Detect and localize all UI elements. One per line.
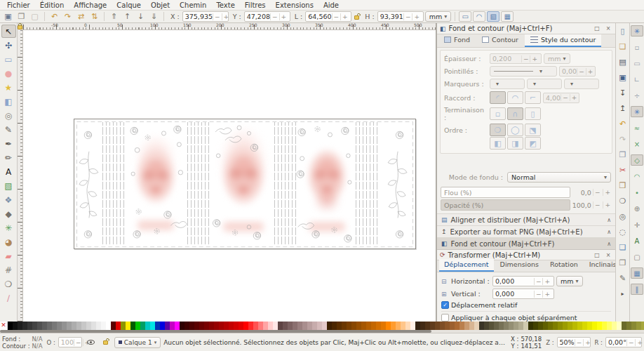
palette-swatch[interactable] — [425, 322, 430, 330]
palette-swatch[interactable] — [459, 322, 464, 330]
palette-swatch[interactable] — [455, 322, 459, 330]
palette-swatch[interactable] — [288, 322, 293, 330]
palette-swatch[interactable] — [641, 322, 644, 330]
undo-button[interactable]: ↶ — [617, 118, 629, 129]
tool-connector[interactable]: # — [1, 263, 16, 277]
miter-limit-input[interactable]: 4,00−+ — [543, 93, 579, 103]
order-markers-stroke-fill-button[interactable]: ◩ — [525, 137, 541, 150]
palette-swatch[interactable] — [86, 322, 91, 330]
menu-texte[interactable]: Texte — [212, 1, 239, 9]
palette-swatch[interactable] — [592, 322, 597, 330]
snap-object-centers-button[interactable]: ⊕ — [631, 203, 643, 214]
palette-swatch[interactable] — [27, 322, 32, 330]
palette-swatch[interactable] — [37, 322, 42, 330]
select-all[interactable]: ▣ — [2, 11, 14, 22]
palette-swatch[interactable] — [312, 322, 317, 330]
menu-chemin[interactable]: Chemin — [175, 1, 210, 9]
join-miter-button[interactable]: ⌐ — [525, 91, 541, 104]
palette-swatch[interactable] — [224, 322, 229, 330]
menu-objet[interactable]: Objet — [147, 1, 174, 9]
scale-gradients-toggle[interactable]: ▧ — [487, 11, 499, 22]
palette-swatch[interactable] — [469, 322, 474, 330]
palette-swatch[interactable] — [528, 322, 533, 330]
tab-dimensions[interactable]: Dimensions — [495, 259, 544, 272]
palette-swatch[interactable] — [111, 322, 116, 330]
lower-to-bottom[interactable]: ⇓ — [148, 11, 160, 22]
palette-swatch[interactable] — [165, 322, 170, 330]
order-fill-stroke-markers-button[interactable]: ❍ — [490, 124, 506, 136]
cap-butt-button[interactable]: ▫ — [490, 107, 506, 120]
xml-editor-button[interactable]: ✎ — [617, 272, 629, 284]
apply-each-checkbox[interactable] — [441, 314, 449, 322]
raise[interactable]: ↑ — [121, 11, 133, 22]
horizontal-ruler[interactable]: -50050100150200250300350400450500 — [23, 23, 436, 29]
palette-swatch[interactable] — [283, 322, 288, 330]
palette-swatch[interactable] — [381, 322, 386, 330]
import-button[interactable]: ↧ — [617, 87, 629, 98]
no-color-swatch[interactable]: ✕ — [0, 322, 8, 330]
order-fill-markers-stroke-button[interactable]: ◧ — [490, 137, 506, 150]
palette-swatch[interactable] — [499, 322, 504, 330]
tool-pencil[interactable]: ✎ — [1, 123, 16, 136]
palette-swatch[interactable] — [543, 322, 548, 330]
dialog-restore-button[interactable]: □ — [593, 25, 601, 32]
palette-swatch[interactable] — [62, 322, 67, 330]
zoom-drawing-button[interactable]: ◎ — [617, 211, 629, 222]
palette-swatch[interactable] — [351, 322, 356, 330]
palette-swatch[interactable] — [72, 322, 76, 330]
order-stroke-markers-fill-button[interactable]: ◨ — [507, 137, 523, 150]
snap-cusp-nodes-button[interactable]: ◇ — [631, 154, 643, 166]
palette-swatch[interactable] — [371, 322, 376, 330]
palette-swatch[interactable] — [435, 322, 440, 330]
y-input[interactable]: 47,208−+ — [244, 11, 290, 22]
dialog-close-button[interactable]: × — [604, 251, 612, 259]
tool-text[interactable]: A — [1, 165, 16, 178]
canvas[interactable] — [23, 30, 436, 322]
palette-swatch[interactable] — [126, 322, 130, 330]
tab-contour[interactable]: Contour — [476, 34, 524, 47]
vertical-input[interactable]: 0,000−+ — [492, 289, 554, 299]
snap-nodes-button[interactable]: ✳ — [631, 106, 643, 117]
palette-swatch[interactable] — [140, 322, 145, 330]
tab-rotation[interactable]: Rotation — [545, 259, 583, 272]
stroke-width-input[interactable]: 0,200−+ — [490, 53, 542, 64]
tool-box-3d[interactable]: ◧ — [1, 95, 16, 108]
palette-swatch[interactable] — [489, 322, 494, 330]
new-document-button[interactable]: ▯ — [617, 25, 629, 37]
palette-swatch[interactable] — [445, 322, 450, 330]
tool-zoom[interactable]: ❍ — [1, 277, 16, 291]
palette-swatch[interactable] — [504, 322, 509, 330]
drawing-object[interactable] — [74, 119, 416, 249]
opacity-slider[interactable]: Opacité (%) — [441, 199, 570, 211]
palette-swatch[interactable] — [239, 322, 243, 330]
palette-swatch[interactable] — [484, 322, 489, 330]
palette-swatch[interactable] — [96, 322, 101, 330]
palette-swatch[interactable] — [91, 322, 96, 330]
tool-paint-bucket[interactable]: ◕ — [1, 235, 16, 249]
palette-swatch[interactable] — [57, 322, 62, 330]
palette-swatch[interactable] — [13, 322, 18, 330]
layer-dropdown[interactable]: Calque 1▾ — [114, 337, 161, 348]
palette-swatch[interactable] — [332, 322, 337, 330]
order-markers-fill-stroke-button[interactable]: ⬔ — [525, 124, 541, 136]
palette-swatch[interactable] — [135, 322, 140, 330]
commands-overflow-button[interactable]: ▸ — [617, 288, 629, 299]
width-input[interactable]: 64,560−+ — [305, 11, 351, 22]
menu-affichage[interactable]: Affichage — [69, 1, 111, 9]
palette-swatch[interactable] — [185, 322, 189, 330]
edit-clone-button[interactable]: ❐ — [617, 257, 629, 268]
palette-swatch[interactable] — [342, 322, 347, 330]
tool-bezier-pen[interactable]: ✏ — [1, 151, 16, 164]
palette-swatch[interactable] — [204, 322, 209, 330]
palette-swatch[interactable] — [533, 322, 538, 330]
cut-button[interactable]: ✂ — [617, 164, 629, 176]
docked-panel-align-distribute[interactable]: ▤Aligner et distribuer (Maj+Ctrl+A)∧ — [437, 213, 615, 225]
palette-swatch[interactable] — [401, 322, 405, 330]
palette-swatch[interactable] — [366, 322, 371, 330]
menu-filtres[interactable]: Filtres — [241, 1, 270, 9]
layer-lock-toggle[interactable] — [100, 339, 112, 346]
palette-swatch[interactable] — [76, 322, 81, 330]
tab-styleducontour[interactable]: Style du contour — [525, 34, 601, 47]
duplicate-button[interactable]: ❏ — [617, 241, 629, 253]
palette-swatch[interactable] — [347, 322, 351, 330]
